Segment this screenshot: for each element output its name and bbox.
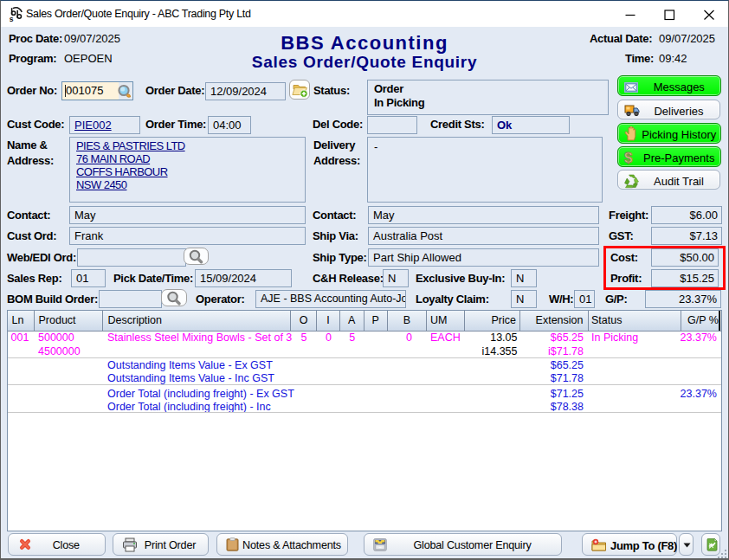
svg-text:s: s <box>10 15 14 23</box>
svg-text:$: $ <box>624 150 633 164</box>
